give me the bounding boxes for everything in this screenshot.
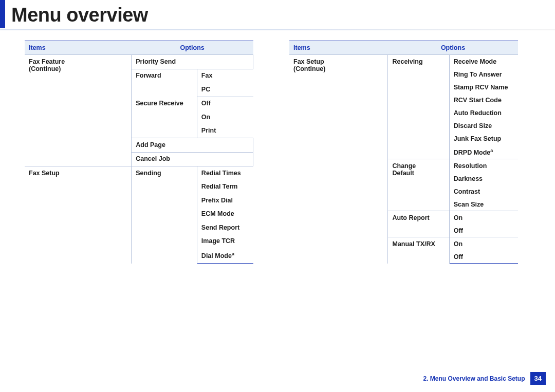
- footer-chapter: 2. Menu Overview and Basic Setup: [423, 375, 525, 382]
- text: Fax Setup: [293, 58, 324, 65]
- tables-container: Items Options Fax Feature (Continue) Pri…: [0, 41, 555, 264]
- text: (Continue): [29, 65, 61, 72]
- table-row: Fax Feature (Continue) Priority Send: [25, 55, 253, 69]
- text: Fax Feature: [29, 58, 65, 65]
- page-number: 34: [530, 372, 546, 385]
- page-title-bar: Menu overview: [0, 0, 555, 28]
- cell-cancel-job: Cancel Job: [132, 152, 253, 166]
- th-items: Items: [289, 41, 388, 55]
- text: Dial Mode: [201, 252, 232, 259]
- cell-receiving: Receiving: [388, 55, 449, 159]
- cell-off: Off: [449, 224, 518, 237]
- th-options: Options: [132, 41, 253, 55]
- cell-ring-to-answer: Ring To Answer: [449, 68, 518, 81]
- cell-scan-size: Scan Size: [449, 198, 518, 211]
- cell-add-page: Add Page: [132, 138, 253, 153]
- cell-rcv-start: RCV Start Code: [449, 94, 518, 106]
- cell-sending: Sending: [132, 166, 197, 264]
- cell-forward: Forward: [132, 69, 197, 97]
- cell-on: On: [197, 110, 253, 124]
- cell-manual-txrx: Manual TX/RX: [388, 237, 449, 264]
- page-footer: 2. Menu Overview and Basic Setup 34: [423, 372, 546, 385]
- th-options: Options: [388, 41, 518, 55]
- cell-redial-times: Redial Times: [197, 166, 253, 180]
- table-row: Fax Setup Sending Redial Times: [25, 166, 253, 180]
- cell-fax-setup-cont: Fax Setup (Continue): [289, 55, 388, 264]
- cell-print: Print: [197, 124, 253, 138]
- cell-receive-mode: Receive Mode: [449, 55, 518, 68]
- footnote-a: a: [232, 251, 234, 256]
- right-menu-table: Items Options Fax Setup (Continue) Recei…: [289, 41, 518, 264]
- cell-redial-term: Redial Term: [197, 180, 253, 194]
- table-header-row: Items Options: [289, 41, 518, 55]
- cell-auto-reduction: Auto Reduction: [449, 106, 518, 119]
- cell-stamp-rcv: Stamp RCV Name: [449, 81, 518, 94]
- cell-change-default: Change Default: [388, 159, 449, 211]
- cell-on: On: [449, 237, 518, 251]
- text: (Continue): [293, 65, 325, 72]
- table-header-row: Items Options: [25, 41, 253, 55]
- cell-junk-fax: Junk Fax Setup: [449, 132, 518, 145]
- footnote-a: a: [490, 148, 493, 153]
- cell-prefix-dial: Prefix Dial: [197, 194, 253, 208]
- page-title: Menu overview: [11, 4, 555, 26]
- cell-off: Off: [449, 250, 518, 264]
- cell-secure-receive: Secure Receive: [132, 97, 197, 138]
- text: Default: [392, 170, 414, 177]
- cell-fax-setup: Fax Setup: [25, 166, 132, 264]
- cell-discard-size: Discard Size: [449, 119, 518, 132]
- title-divider: [0, 29, 555, 30]
- cell-resolution: Resolution: [449, 159, 518, 173]
- cell-image-tcr: Image TCR: [197, 235, 253, 249]
- text: Change: [392, 162, 416, 170]
- table-row: Fax Setup (Continue) Receiving Receive M…: [289, 55, 518, 68]
- cell-fax: Fax: [197, 69, 253, 83]
- cell-off: Off: [197, 97, 253, 110]
- cell-auto-report: Auto Report: [388, 211, 449, 237]
- cell-contrast: Contrast: [449, 185, 518, 198]
- cell-send-report: Send Report: [197, 221, 253, 235]
- cell-dial-mode: Dial Modea: [197, 248, 253, 263]
- th-items: Items: [25, 41, 132, 55]
- cell-pc: PC: [197, 83, 253, 97]
- left-menu-table: Items Options Fax Feature (Continue) Pri…: [25, 41, 253, 264]
- text: DRPD Mode: [454, 149, 491, 156]
- cell-ecm-mode: ECM Mode: [197, 208, 253, 221]
- cell-on: On: [449, 211, 518, 225]
- cell-drpd-mode: DRPD Modea: [449, 145, 518, 159]
- cell-priority-send: Priority Send: [132, 55, 253, 69]
- cell-darkness: Darkness: [449, 172, 518, 185]
- cell-fax-feature: Fax Feature (Continue): [25, 55, 132, 166]
